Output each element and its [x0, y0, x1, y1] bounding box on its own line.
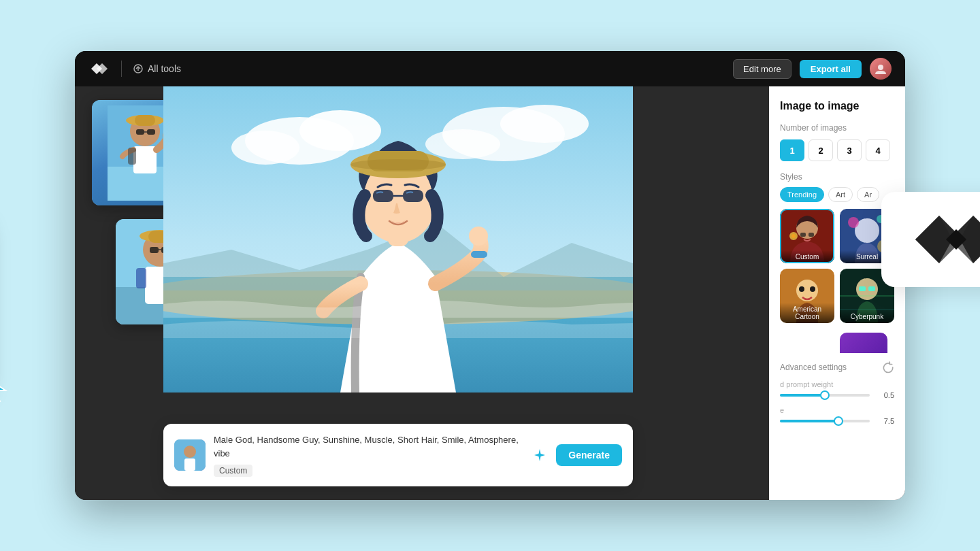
number-selector: 1 2 3 4: [780, 139, 894, 161]
svg-point-53: [791, 234, 796, 238]
num-btn-1[interactable]: 1: [780, 139, 804, 161]
svg-rect-68: [868, 286, 875, 291]
svg-point-32: [425, 129, 500, 159]
all-tools-label: All tools: [148, 63, 181, 74]
style-card-custom-label: Custom: [780, 250, 834, 263]
tools-icon: [133, 63, 144, 74]
svg-rect-8: [147, 129, 155, 135]
svg-rect-39: [403, 190, 423, 202]
style-tabs: Trending Art Ar: [780, 187, 894, 202]
svg-rect-38: [373, 190, 393, 202]
svg-point-46: [184, 446, 196, 458]
svg-rect-44: [471, 251, 487, 258]
prompt-thumbnail: [174, 439, 206, 471]
style-grid: Custom Sur: [780, 209, 894, 323]
prompt-text-area: Male God, Handsome Guy, Sunshine, Muscle…: [214, 433, 522, 477]
styles-label: Styles: [780, 172, 894, 182]
style-tab-ar[interactable]: Ar: [857, 187, 879, 202]
svg-rect-6: [135, 115, 155, 126]
topbar-right: Edit more Export all: [733, 58, 892, 80]
svg-point-43: [350, 159, 446, 170]
prompt-tag: Custom: [214, 465, 252, 477]
scale-label: e: [780, 406, 894, 414]
svg-point-31: [500, 105, 589, 143]
generate-button[interactable]: Generate: [556, 444, 622, 466]
user-avatar[interactable]: [870, 58, 892, 80]
svg-rect-21: [150, 247, 159, 253]
edit-more-button[interactable]: Edit more: [733, 59, 791, 79]
scale-group: e 7.5: [780, 406, 894, 425]
prompt-weight-fill: [780, 394, 825, 397]
svg-rect-7: [136, 129, 144, 135]
export-all-button[interactable]: Export all: [800, 60, 862, 78]
main-image: [163, 86, 633, 393]
scale-fill: [780, 420, 838, 422]
svg-point-1: [878, 65, 883, 70]
logo-area: [88, 58, 110, 80]
right-panel: Image to image Number of images 1 2 3 4 …: [769, 86, 905, 500]
num-btn-4[interactable]: 4: [866, 139, 890, 161]
num-btn-3[interactable]: 3: [837, 139, 862, 161]
advanced-settings: Advanced settings: [780, 361, 894, 373]
svg-rect-67: [859, 286, 866, 291]
main-window: All tools Edit more Export all: [75, 51, 905, 500]
content-area: Male God, Handsome Guy, Sunshine, Muscle…: [75, 86, 905, 500]
svg-point-61: [799, 286, 804, 292]
svg-point-29: [231, 131, 299, 165]
svg-rect-47: [184, 458, 195, 471]
prompt-weight-label: d prompt weight: [780, 380, 894, 388]
scale-thumb[interactable]: [834, 416, 843, 426]
topbar: All tools Edit more Export all: [75, 51, 905, 86]
refresh-icon[interactable]: [882, 361, 894, 373]
style-tab-trending[interactable]: Trending: [780, 187, 824, 202]
scale-slider-row: 7.5: [780, 417, 894, 425]
number-of-images-label: Number of images: [780, 123, 894, 133]
prompt-weight-track[interactable]: [780, 394, 870, 397]
prompt-bar: Male God, Handsome Guy, Sunshine, Muscle…: [163, 424, 633, 486]
anime-card-partial: anime: [780, 333, 894, 353]
style-card-american-label: American Cartoon: [780, 303, 834, 323]
capcut-logo-large-svg: [902, 205, 980, 273]
svg-rect-48: [780, 209, 834, 263]
scale-track[interactable]: [780, 420, 870, 422]
svg-rect-50: [800, 233, 806, 237]
all-tools-button[interactable]: All tools: [133, 63, 181, 74]
svg-rect-12: [128, 148, 136, 165]
prompt-weight-slider-row: 0.5: [780, 391, 894, 399]
prompt-weight-value: 0.5: [875, 391, 894, 399]
svg-rect-10: [133, 146, 157, 173]
svg-rect-25: [136, 268, 146, 288]
svg-point-52: [789, 232, 798, 240]
style-card-american[interactable]: American Cartoon: [780, 269, 834, 323]
sparkle-icon[interactable]: [530, 446, 549, 465]
capcut-logo-icon: [88, 58, 110, 80]
main-image-svg: [163, 86, 633, 393]
svg-point-56: [848, 217, 859, 228]
svg-point-35: [469, 227, 488, 246]
prompt-weight-thumb[interactable]: [820, 390, 830, 400]
topbar-divider: [121, 61, 122, 77]
scale-value: 7.5: [875, 417, 894, 425]
prompt-weight-group: d prompt weight 0.5: [780, 380, 894, 399]
cursor-arrow: [0, 372, 14, 406]
style-tab-art[interactable]: Art: [828, 187, 853, 202]
style-card-cyberpunk-label: Cyberpunk: [840, 310, 894, 323]
svg-point-62: [810, 286, 815, 292]
style-card-custom[interactable]: Custom: [780, 209, 834, 263]
svg-rect-51: [808, 233, 814, 237]
prompt-text: Male God, Handsome Guy, Sunshine, Muscle…: [214, 433, 522, 460]
cursor-svg: [0, 372, 14, 406]
prompt-actions: Generate: [530, 444, 622, 466]
num-btn-2[interactable]: 2: [808, 139, 833, 161]
panel-title: Image to image: [780, 100, 894, 112]
canvas-area: Male God, Handsome Guy, Sunshine, Muscle…: [75, 86, 769, 500]
svg-point-28: [299, 110, 381, 151]
svg-point-49: [796, 217, 818, 239]
capcut-logo-large: [881, 192, 980, 287]
advanced-settings-label: Advanced settings: [780, 363, 847, 372]
